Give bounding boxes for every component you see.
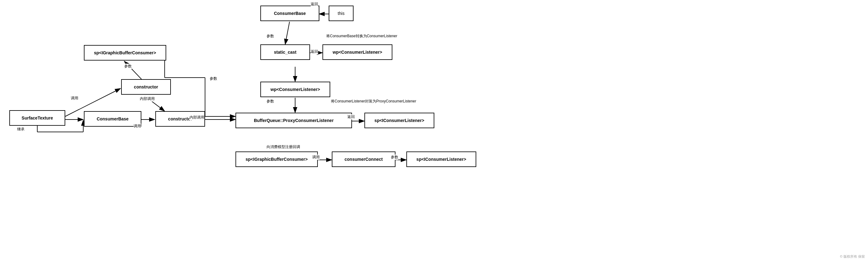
sp-iconsumerlistener-bottom-box: sp<IConsumerListener>: [406, 152, 476, 167]
label-return-this: 返回: [311, 2, 318, 7]
label-invoke-2: 调用: [133, 124, 141, 129]
arrows-layer: [0, 0, 868, 262]
label-invoke-1: 调用: [71, 96, 78, 101]
constructor-top-box: constructor: [121, 79, 171, 95]
label-param-3: 参数: [391, 155, 398, 160]
svg-line-9: [285, 22, 289, 44]
wp-consumerlistener-top-box: wp<ConsumerListener>: [322, 44, 392, 60]
label-param-1: 参数: [124, 64, 132, 69]
igraphicbufferconsumer-bottom-box: sp<IGraphicBufferConsumer>: [236, 152, 318, 167]
this-box: this: [329, 6, 353, 21]
label-wrap-note: 将ConsumerListener封装为ProxyConsumerListene…: [331, 99, 416, 104]
igraphicbufferconsumer-top-box: sp<IGraphicBufferConsumer>: [84, 45, 166, 61]
label-inherit: 继承: [17, 127, 25, 132]
label-register-note: 向消费模型注册回调: [267, 144, 300, 150]
label-internal-2: 内部调用: [189, 115, 205, 120]
label-return-static: 返回: [311, 49, 318, 54]
wp-consumerlistener-mid-box: wp<ConsumerListener>: [260, 81, 330, 97]
watermark: © 版权所有 保留: [840, 254, 865, 259]
consumerbase-box: ConsumerBase: [84, 111, 141, 127]
label-param-consumerbase: 参数: [267, 34, 274, 39]
bufferqueue-proxy-box: BufferQueue::ProxyConsumerListener: [236, 113, 352, 128]
consumerbase-top-box: ConsumerBase: [260, 6, 319, 21]
label-param-wp: 参数: [267, 99, 274, 104]
label-param-2: 参数: [210, 76, 217, 81]
surface-texture-box: SurfaceTexture: [9, 110, 65, 126]
label-return-proxy: 返回: [347, 114, 355, 120]
consumercconnect-box: consumerConnect: [332, 152, 396, 167]
label-internal-1: 内部调用: [140, 96, 155, 101]
sp-iconsumerlistener-right-box: sp<IConsumerListener>: [364, 113, 434, 128]
label-convert-note: 将ConsumerBase转换为ConsumerListener: [326, 34, 397, 39]
static-cast-box: static_cast: [260, 44, 310, 60]
diagram-container: SurfaceTexture sp<IGraphicBufferConsumer…: [0, 0, 868, 262]
label-invoke-3: 调用: [312, 155, 320, 160]
